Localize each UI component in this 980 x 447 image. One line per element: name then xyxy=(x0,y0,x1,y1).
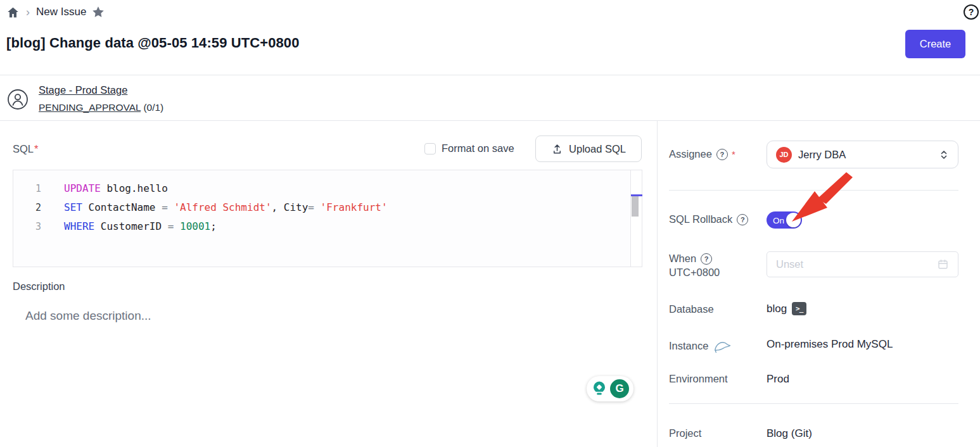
grammarly-widget: G xyxy=(587,376,633,401)
divider xyxy=(0,120,980,121)
upload-sql-button[interactable]: Upload SQL xyxy=(535,135,642,162)
instance-value: On-premises Prod MySQL xyxy=(767,338,893,351)
grammarly-g-icon[interactable]: G xyxy=(610,379,629,398)
description-placeholder: Add some description... xyxy=(25,309,151,323)
when-label: When? UTC+0800 xyxy=(669,253,720,279)
stage-avatar-icon xyxy=(7,89,29,110)
stage-status-link[interactable]: PENDING_APPROVAL xyxy=(39,102,141,113)
toggle-knob xyxy=(786,213,801,227)
breadcrumb-page-label: New Issue xyxy=(36,6,86,18)
chevron-updown-icon xyxy=(939,149,949,160)
question-icon[interactable]: ? xyxy=(737,214,748,225)
when-timezone: UTC+0800 xyxy=(669,267,720,279)
description-input[interactable]: Add some description... xyxy=(13,296,642,429)
code-line: SET ContactName = 'Alfred Schmidt', City… xyxy=(64,198,629,217)
home-icon[interactable] xyxy=(6,6,20,19)
divider xyxy=(0,75,980,75)
assignee-select[interactable]: JD Jerry DBA xyxy=(767,141,958,168)
sql-section-label: SQL* xyxy=(13,143,38,155)
grammarly-lightbulb-icon[interactable] xyxy=(591,381,608,398)
new-issue-page: › New Issue ? [blog] Change data @05-05 … xyxy=(0,0,980,447)
code-line: UPDATE blog.hello xyxy=(64,179,629,198)
assignee-avatar: JD xyxy=(776,147,792,163)
database-value: blog >_ xyxy=(767,302,806,315)
stage-status: PENDING_APPROVAL (0/1) xyxy=(39,102,163,113)
editor-scrollbar xyxy=(630,170,642,267)
chevron-right-icon: › xyxy=(25,6,31,18)
instance-label: Instance xyxy=(669,338,732,354)
project-label: Project xyxy=(669,427,701,439)
star-icon[interactable] xyxy=(91,5,105,19)
format-on-save-checkbox[interactable] xyxy=(424,143,436,154)
environment-label: Environment xyxy=(669,373,728,385)
question-icon[interactable]: ? xyxy=(716,149,728,160)
sql-editor-link-icon[interactable]: >_ xyxy=(792,302,806,315)
stage-progress: (0/1) xyxy=(141,102,163,113)
editor-code: UPDATE blog.hello SET ContactName = 'Alf… xyxy=(64,179,629,236)
description-label: Description xyxy=(13,280,65,293)
assignee-value: Jerry DBA xyxy=(798,149,932,161)
when-datepicker[interactable]: Unset xyxy=(767,251,958,277)
when-placeholder: Unset xyxy=(776,258,937,270)
code-line: WHERE CustomerID = 10001; xyxy=(64,217,629,236)
database-label: Database xyxy=(669,303,714,315)
mysql-dolphin-icon xyxy=(713,338,732,354)
upload-icon xyxy=(551,143,563,155)
create-button[interactable]: Create xyxy=(905,30,965,58)
calendar-icon xyxy=(937,258,949,270)
divider xyxy=(657,120,658,447)
page-title: [blog] Change data @05-05 14:59 UTC+0800 xyxy=(6,35,300,51)
help-icon[interactable]: ? xyxy=(964,4,979,20)
editor-line-numbers: 1 2 3 xyxy=(13,179,41,236)
editor-scrollbar-thumb[interactable] xyxy=(632,196,639,217)
divider xyxy=(669,403,958,404)
format-on-save-label: Format on save xyxy=(442,142,514,154)
divider xyxy=(669,190,958,191)
sql-rollback-label: SQL Rollback ? xyxy=(669,213,748,225)
required-mark: * xyxy=(732,149,735,160)
project-value: Blog (Git) xyxy=(767,427,812,440)
sql-rollback-toggle[interactable]: On xyxy=(767,211,802,229)
question-icon[interactable]: ? xyxy=(701,253,712,265)
sql-editor[interactable]: 1 2 3 UPDATE blog.hello SET ContactName … xyxy=(13,170,642,267)
toggle-state-label: On xyxy=(773,215,784,225)
assignee-label: Assignee ? * xyxy=(669,148,735,160)
breadcrumb: › New Issue xyxy=(6,3,105,21)
required-mark: * xyxy=(34,143,38,154)
environment-value: Prod xyxy=(767,373,789,386)
stage-link[interactable]: Stage - Prod Stage xyxy=(39,84,127,96)
